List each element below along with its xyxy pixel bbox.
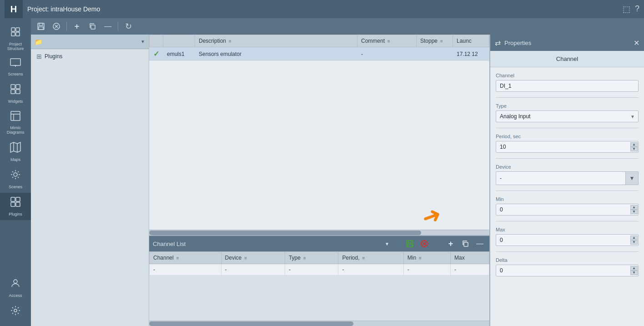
cell-description: Sensors emulator (195, 47, 357, 61)
folder-icon: 📁 (35, 38, 42, 45)
min-spinners: ▲ ▼ (630, 205, 638, 214)
sidebar-item-maps[interactable]: Maps (0, 138, 31, 166)
col-label-description: Description (199, 38, 226, 44)
svg-point-31 (14, 309, 17, 312)
device-expand-button[interactable]: ▼ (625, 172, 638, 185)
device-input[interactable] (496, 173, 625, 184)
sidebar-item-settings[interactable] (0, 301, 31, 322)
properties-section: Channel (490, 51, 644, 67)
col-header-max: Max (450, 252, 489, 264)
col-label-stopped: Stoppe (420, 38, 438, 44)
channel-save-button[interactable] (404, 238, 416, 250)
prop-period: Period, sec ▲ ▼ (496, 134, 639, 153)
svg-point-17 (14, 173, 17, 176)
channel-scroll-thumb (149, 321, 353, 326)
delta-input[interactable] (496, 265, 639, 276)
col-header-type: Type ≡ (285, 252, 338, 264)
sidebar-item-scenes[interactable]: Scenes (0, 166, 31, 193)
delta-up-button[interactable]: ▲ (630, 266, 638, 271)
period-down-button[interactable]: ▼ (630, 147, 638, 151)
channel-scroll-track[interactable] (149, 321, 489, 326)
filter-comment-icon[interactable]: ≡ (387, 39, 390, 44)
scroll-track[interactable] (149, 230, 489, 235)
type-select-wrapper: Analog InputDigital InputAnalog OutputDi… (496, 110, 639, 122)
copy-button[interactable] (86, 20, 99, 33)
svg-rect-38 (91, 25, 95, 29)
sidebar-item-access[interactable]: Access (0, 274, 31, 301)
filter-min-icon[interactable]: ≡ (419, 256, 422, 261)
tree-item-plugins[interactable]: ⊞ Plugins (33, 51, 147, 62)
col-label-launch: Launc (457, 38, 472, 44)
prop-type-label: Type (496, 103, 639, 109)
sidebar-item-plugins[interactable]: Plugins (0, 193, 31, 220)
divider (496, 158, 639, 159)
svg-rect-28 (11, 202, 15, 206)
display-icon[interactable]: ⬚ (623, 4, 630, 14)
sidebar-item-mimic[interactable]: MimicDiagrams (0, 107, 31, 138)
top-bar-icons: ⬚ ? (623, 4, 639, 14)
max-down-button[interactable]: ▼ (630, 240, 638, 245)
channel-table: Channel ≡ Device ≡ (149, 251, 489, 276)
period-spinners: ▲ ▼ (630, 142, 638, 151)
col-header-device: Device ≡ (221, 252, 285, 264)
period-up-button[interactable]: ▲ (630, 142, 638, 147)
sidebar-item-screens[interactable]: Screens (0, 55, 31, 80)
channel-remove-button[interactable]: — (474, 238, 486, 250)
channel-input[interactable] (496, 80, 639, 92)
toolbar: + — ↻ (31, 18, 644, 35)
max-input[interactable] (496, 234, 639, 246)
svg-rect-26 (11, 197, 15, 201)
prop-delta-label: Delta (496, 257, 639, 263)
col-header-stopped: Stoppe ≡ (417, 35, 453, 47)
min-up-button[interactable]: ▲ (630, 205, 638, 210)
channel-list-header: Channel List ▼ (149, 236, 489, 251)
channel-cancel-button[interactable] (418, 238, 430, 250)
settings-icon (10, 305, 21, 319)
col-header-launch: Launc (453, 35, 489, 47)
filter-channel-icon[interactable]: ≡ (176, 256, 179, 261)
add-button[interactable]: + (70, 20, 83, 33)
svg-rect-3 (16, 32, 20, 36)
cancel-button[interactable] (50, 20, 63, 33)
filter-period-icon[interactable]: ≡ (362, 256, 365, 261)
remove-button[interactable]: — (101, 20, 114, 33)
refresh-button[interactable]: ↻ (122, 20, 135, 33)
svg-rect-1 (16, 28, 20, 31)
sidebar-item-project-structure[interactable]: ProjectStructure (0, 23, 31, 55)
period-number-wrapper: ▲ ▼ (496, 141, 639, 153)
mimic-icon (10, 111, 20, 124)
prop-channel: Channel (496, 73, 639, 92)
channel-add-button[interactable]: + (445, 238, 457, 250)
prop-type: Type Analog InputDigital InputAnalog Out… (496, 103, 639, 122)
properties-close-button[interactable]: ✕ (634, 39, 639, 47)
page-title: Project: intraHouse Demo (27, 5, 623, 13)
filter-stopped-icon[interactable]: ≡ (440, 39, 443, 44)
delta-down-button[interactable]: ▼ (630, 271, 638, 275)
help-icon[interactable]: ? (635, 4, 639, 14)
sidebar-label: Screens (8, 72, 23, 76)
prop-min: Min ▲ ▼ (496, 196, 639, 216)
channel-copy-button[interactable] (459, 238, 471, 250)
table-row[interactable]: ✓ emuls1 Sensors emulator - 17.12 12 (150, 47, 489, 61)
tree-dropdown[interactable] (45, 39, 138, 45)
save-button[interactable] (35, 20, 47, 33)
max-up-button[interactable]: ▲ (630, 236, 638, 240)
min-down-button[interactable]: ▼ (630, 210, 638, 214)
filter-device-icon[interactable]: ≡ (244, 256, 247, 261)
svg-line-22 (12, 171, 13, 172)
svg-rect-7 (11, 85, 15, 89)
channel-list-expand-icon[interactable]: ▼ (385, 241, 389, 246)
filter-type-icon[interactable]: ≡ (303, 256, 306, 261)
channel-table-row[interactable]: - - - - - - (150, 264, 489, 276)
col-label-comment: Comment (361, 38, 385, 44)
period-input[interactable] (496, 141, 639, 153)
svg-line-24 (18, 171, 19, 172)
min-input[interactable] (496, 204, 639, 216)
svg-rect-45 (464, 242, 468, 246)
prop-device-label: Device (496, 164, 639, 170)
filter-description-icon[interactable]: ≡ (229, 39, 231, 44)
col-header-comment: Comment ≡ (357, 35, 417, 47)
channel-list-panel: Channel List ▼ (149, 235, 489, 326)
sidebar-item-widgets[interactable]: Widgets (0, 80, 31, 107)
type-select[interactable]: Analog InputDigital InputAnalog OutputDi… (496, 110, 639, 122)
